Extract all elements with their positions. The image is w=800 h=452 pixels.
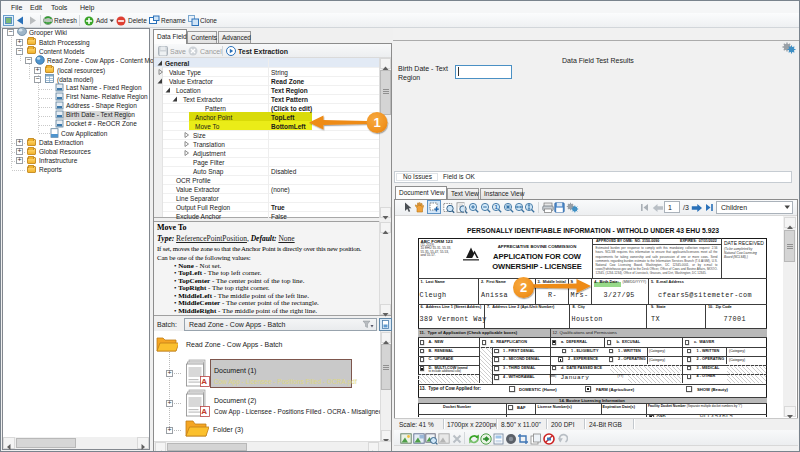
svg-text:A: A [201,377,207,386]
svg-text:2: 2 [520,280,527,295]
svg-text:A: A [201,407,207,416]
svg-text:1: 1 [373,115,380,130]
